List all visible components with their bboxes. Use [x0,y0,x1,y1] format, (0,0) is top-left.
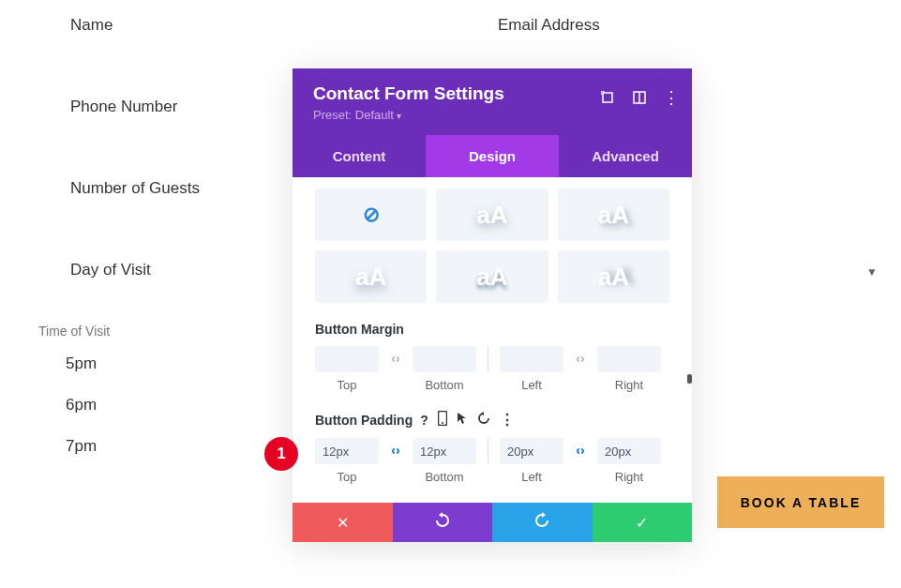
tab-content[interactable]: Content [293,135,426,177]
sublabel: Left [500,470,563,484]
settings-panel: Contact Form Settings ⋮ Preset: Default … [293,68,692,542]
text-shadow-options: ⊘ aA aA aA aA aA [315,188,669,303]
redo-icon [533,512,550,533]
undo-button[interactable] [393,503,493,542]
scrollbar-thumb[interactable] [687,374,692,384]
book-a-table-button[interactable]: BOOK A TABLE [717,476,884,528]
name-label: Name [70,16,113,35]
panel-body: ⊘ aA aA aA aA aA Button Margin Top Botto… [293,177,692,503]
shadow-option[interactable]: aA [436,188,548,241]
shadow-glyph: aA [355,263,386,292]
close-icon: ✕ [337,514,349,532]
email-label: Email Address [498,16,600,35]
link-icon[interactable] [384,438,407,464]
shadow-glyph: aA [598,201,629,230]
cancel-button[interactable]: ✕ [293,503,393,542]
svg-rect-0 [603,93,612,102]
guests-label: Number of Guests [70,179,200,198]
none-icon: ⊘ [363,203,380,227]
kebab-menu-icon[interactable]: ⋮ [664,90,679,105]
tab-design[interactable]: Design [426,135,559,177]
divider [488,438,488,464]
link-icon[interactable] [569,438,592,464]
panel-footer: ✕ ✓ [293,503,692,542]
sublabel: Top [315,470,379,484]
time-option[interactable]: 5pm [66,354,97,373]
sublabel: Left [500,378,563,392]
padding-right-input[interactable] [597,438,661,464]
padding-row: Top Bottom Left Right [315,438,669,484]
margin-right-input[interactable] [597,346,661,372]
time-option[interactable]: 7pm [66,437,97,456]
margin-left-input[interactable] [500,346,563,372]
link-icon[interactable] [384,346,407,372]
sublabel: Bottom [413,470,476,484]
margin-row: Top Bottom Left Right [315,346,669,392]
sublabel: Bottom [413,378,476,392]
shadow-option[interactable]: aA [436,250,548,303]
preset-selector[interactable]: Preset: Default [313,108,673,122]
button-padding-label: Button Padding ? ⋮ [315,411,669,429]
sublabel: Right [597,378,661,392]
save-button[interactable]: ✓ [593,503,693,542]
shadow-option[interactable]: aA [558,250,669,303]
sublabel: Top [315,378,379,392]
day-label: Day of Visit [70,261,151,279]
shadow-option[interactable]: aA [315,250,427,303]
shadow-option[interactable]: aA [558,188,669,241]
help-icon[interactable]: ? [420,413,428,428]
sublabel: Right [597,470,661,484]
expand-icon[interactable] [600,90,615,105]
redo-button[interactable] [492,503,593,542]
time-label: Time of Visit [38,324,110,339]
chevron-down-icon[interactable]: ▼ [866,265,878,279]
panel-tabs: Content Design Advanced [293,135,692,177]
columns-icon[interactable] [632,90,647,105]
divider [488,346,488,372]
link-icon[interactable] [569,346,592,372]
shadow-glyph: aA [476,263,507,292]
tab-advanced[interactable]: Advanced [559,135,692,177]
padding-top-input[interactable] [315,438,379,464]
annotation-badge-1: 1 [264,437,298,471]
kebab-menu-icon[interactable]: ⋮ [500,411,515,429]
undo-icon [434,512,451,533]
cursor-icon[interactable] [457,412,468,428]
phone-label: Phone Number [70,98,177,116]
padding-bottom-input[interactable] [413,438,476,464]
panel-header: Contact Form Settings ⋮ Preset: Default [293,68,692,135]
shadow-glyph: aA [476,201,507,230]
margin-top-input[interactable] [315,346,379,372]
phone-icon[interactable] [438,411,447,429]
check-icon: ✓ [636,514,648,532]
reset-icon[interactable] [477,412,490,428]
shadow-glyph: aA [598,263,629,292]
time-option[interactable]: 6pm [66,396,97,415]
shadow-none[interactable]: ⊘ [315,188,427,241]
button-margin-label: Button Margin [315,322,669,337]
margin-bottom-input[interactable] [413,346,476,372]
svg-point-6 [442,422,443,424]
padding-left-input[interactable] [500,438,563,464]
